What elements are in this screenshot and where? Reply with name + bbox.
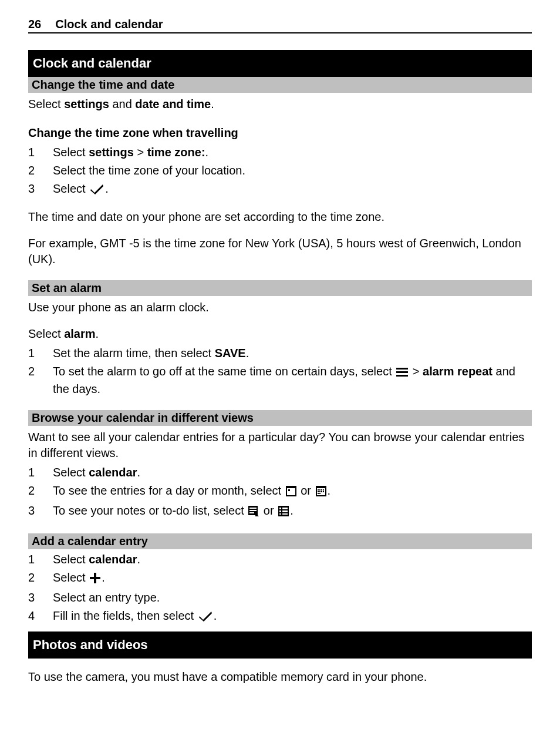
svg-rect-11: [323, 489, 324, 491]
set-alarm-intro: Use your phone as an alarm clock.: [28, 300, 532, 315]
timezone-note-1: The time and date on your phone are set …: [28, 209, 532, 225]
calendar-day-icon: [286, 485, 296, 500]
text: .: [96, 327, 99, 340]
text: To set the alarm to go off at the same t…: [53, 365, 395, 378]
calendar-label: calendar: [89, 553, 137, 566]
subsection-change-time-date: Change the time and date: [28, 77, 532, 93]
text: Select: [53, 182, 89, 195]
plus-icon: [90, 572, 100, 587]
change-timezone-steps: Select settings > time zone:. Select the…: [28, 145, 532, 199]
alarm-label: alarm: [64, 327, 95, 340]
page-header-title: Clock and calendar: [55, 18, 163, 31]
settings-label: settings: [89, 146, 134, 159]
text: Select: [28, 327, 64, 340]
todo-list-icon: [278, 505, 289, 520]
calendar-label: calendar: [89, 466, 137, 479]
svg-rect-25: [282, 508, 288, 509]
step: Select .: [28, 181, 532, 199]
section-heading-clock-calendar: Clock and calendar: [28, 50, 532, 77]
svg-rect-26: [279, 510, 281, 512]
date-time-label: date and time: [135, 98, 211, 110]
calendar-month-icon: [316, 485, 326, 500]
step: Set the alarm time, then select SAVE.: [28, 345, 532, 361]
svg-rect-12: [318, 491, 319, 492]
text: .: [328, 484, 331, 497]
svg-rect-5: [288, 489, 290, 491]
step: Select the time zone of your location.: [28, 163, 532, 179]
subsection-browse-calendar: Browse your calendar in different views: [28, 410, 532, 426]
step: Select settings > time zone:.: [28, 145, 532, 160]
text: .: [290, 504, 294, 517]
svg-rect-14: [321, 491, 322, 492]
svg-rect-0: [396, 368, 408, 370]
checkmark-icon: [90, 183, 104, 199]
text: .: [211, 98, 214, 110]
text: .: [102, 571, 105, 584]
subsection-set-alarm: Set an alarm: [28, 280, 532, 296]
svg-rect-19: [249, 508, 257, 509]
step: To set the alarm to go off at the same t…: [28, 364, 532, 397]
text: To see the entries for a day or month, s…: [53, 484, 285, 497]
subsection-add-calendar-entry: Add a calendar entry: [28, 533, 532, 549]
svg-rect-1: [396, 371, 408, 373]
text: or: [260, 504, 277, 517]
checkmark-icon: [198, 610, 212, 626]
settings-label: settings: [64, 98, 109, 110]
svg-rect-21: [249, 512, 254, 513]
step: To see the entries for a day or month, s…: [28, 483, 532, 500]
text: Select: [53, 571, 89, 584]
step: Select an entry type.: [28, 590, 532, 606]
svg-rect-31: [90, 577, 100, 579]
svg-rect-2: [396, 375, 408, 377]
svg-rect-16: [318, 493, 319, 494]
text: Select: [53, 146, 89, 159]
svg-rect-20: [249, 510, 257, 511]
svg-rect-29: [282, 513, 288, 515]
set-alarm-select: Select alarm.: [28, 326, 532, 342]
change-time-date-text: Select settings and date and time.: [28, 96, 532, 112]
text: .: [205, 146, 209, 159]
timezone-label: time zone:: [147, 146, 205, 159]
text: Select: [53, 553, 89, 566]
step: Select .: [28, 570, 532, 587]
svg-rect-10: [321, 489, 322, 491]
save-label: SAVE: [215, 347, 246, 360]
text: .: [137, 466, 140, 479]
subheading-change-timezone: Change the time zone when travelling: [28, 125, 532, 141]
svg-rect-24: [279, 508, 281, 509]
svg-rect-13: [319, 491, 321, 492]
timezone-note-2: For example, GMT -5 is the time zone for…: [28, 236, 532, 267]
page-header: 26 Clock and calendar: [28, 18, 532, 33]
svg-rect-17: [319, 493, 321, 494]
page-number: 26: [28, 18, 41, 31]
text: Set the alarm time, then select: [53, 347, 215, 360]
add-calendar-entry-steps: Select calendar. Select . Select an entr…: [28, 552, 532, 626]
notes-icon: [248, 505, 259, 520]
svg-rect-8: [318, 489, 319, 491]
section-heading-photos-videos: Photos and videos: [28, 631, 532, 659]
text: and: [109, 98, 135, 110]
menu-icon: [396, 365, 408, 381]
photos-videos-intro: To use the camera, you must have a compa…: [28, 669, 532, 685]
svg-rect-28: [279, 513, 281, 515]
step: To see your notes or to-do list, select …: [28, 503, 532, 520]
browse-calendar-steps: Select calendar. To see the entries for …: [28, 465, 532, 520]
step: Select calendar.: [28, 465, 532, 481]
text: .: [105, 182, 109, 195]
text: .: [137, 553, 140, 566]
step: Select calendar.: [28, 552, 532, 567]
set-alarm-steps: Set the alarm time, then select SAVE. To…: [28, 345, 532, 397]
step: Fill in the fields, then select .: [28, 608, 532, 626]
text: Select: [28, 98, 64, 110]
text: Select: [53, 466, 89, 479]
text: Fill in the fields, then select: [53, 609, 197, 622]
svg-rect-15: [323, 491, 324, 492]
text: .: [246, 347, 249, 360]
text: >: [409, 365, 423, 378]
browse-calendar-intro: Want to see all your calendar entries fo…: [28, 429, 532, 461]
alarm-repeat-label: alarm repeat: [423, 365, 492, 378]
text: >: [134, 146, 147, 159]
svg-rect-9: [319, 489, 321, 491]
text: or: [298, 484, 315, 497]
svg-rect-4: [287, 488, 295, 495]
